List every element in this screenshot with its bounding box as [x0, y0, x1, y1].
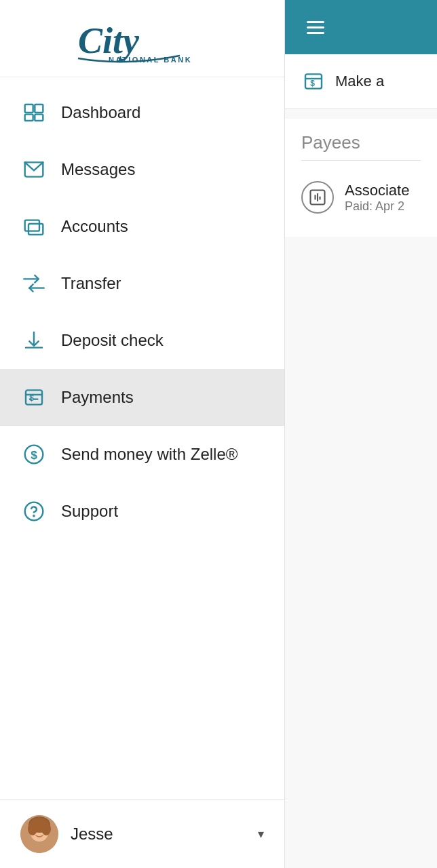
- sidebar-item-label-accounts: Accounts: [61, 217, 128, 236]
- right-panel: $ Make a Payees Associate Paid: Apr 2: [285, 0, 437, 868]
- svg-rect-5: [35, 115, 43, 121]
- svg-text:$: $: [310, 79, 315, 88]
- payees-title: Payees: [301, 132, 421, 161]
- sidebar-item-deposit-check[interactable]: Deposit check: [0, 312, 284, 369]
- sidebar-item-label-deposit: Deposit check: [61, 331, 164, 350]
- sidebar-item-label-support: Support: [61, 502, 118, 521]
- sidebar-item-label-transfer: Transfer: [61, 274, 121, 293]
- svg-rect-6: [25, 220, 39, 231]
- hamburger-line-2: [307, 26, 324, 28]
- svg-text:NATIONAL BANK: NATIONAL BANK: [109, 56, 192, 63]
- payee-info: Associate Paid: Apr 2: [345, 182, 421, 214]
- sidebar-item-send-money[interactable]: $ Send money with Zelle®: [0, 426, 284, 483]
- svg-point-15: [25, 502, 43, 521]
- city-national-bank-logo: City NATIONAL BANK: [71, 19, 214, 63]
- payee-date: Paid: Apr 2: [345, 199, 421, 214]
- svg-text:City: City: [78, 20, 140, 61]
- svg-point-25: [41, 822, 51, 835]
- list-item[interactable]: Associate Paid: Apr 2: [301, 172, 421, 223]
- zelle-icon: $: [20, 441, 48, 468]
- hamburger-line-1: [307, 21, 324, 23]
- logo: City NATIONAL BANK: [71, 19, 214, 63]
- sidebar-item-label-payments: Payments: [61, 388, 134, 407]
- messages-icon: [20, 156, 48, 183]
- svg-rect-7: [28, 224, 43, 235]
- right-header: [285, 0, 437, 54]
- sidebar-item-label-dashboard: Dashboard: [61, 103, 140, 122]
- payee-name: Associate: [345, 182, 421, 199]
- payee-icon: [301, 181, 334, 214]
- make-payment-icon: $: [301, 69, 326, 94]
- svg-rect-4: [25, 115, 33, 121]
- sidebar-item-accounts[interactable]: Accounts: [0, 198, 284, 255]
- svg-text:$: $: [31, 448, 37, 462]
- svg-point-24: [28, 822, 37, 835]
- logo-area: City NATIONAL BANK: [0, 0, 284, 77]
- sidebar-item-support[interactable]: Support: [0, 483, 284, 540]
- sidebar-item-messages[interactable]: Messages: [0, 141, 284, 198]
- accounts-icon: [20, 213, 48, 240]
- support-icon: [20, 498, 48, 525]
- sidebar-item-label-messages: Messages: [61, 160, 135, 179]
- svg-text:$: $: [29, 393, 34, 403]
- nav-menu: Dashboard Messages Accounts: [0, 77, 284, 800]
- payments-icon: $: [20, 384, 48, 411]
- make-payment-label: Make a: [335, 73, 384, 90]
- user-footer[interactable]: Jesse ▾: [0, 800, 284, 868]
- user-name: Jesse: [71, 825, 258, 844]
- hamburger-line-3: [307, 32, 324, 34]
- sidebar-item-transfer[interactable]: Transfer: [0, 255, 284, 312]
- dashboard-icon: [20, 99, 48, 126]
- transfer-icon: [20, 270, 48, 297]
- deposit-icon: [20, 327, 48, 354]
- svg-point-16: [33, 515, 34, 516]
- avatar: [20, 815, 58, 853]
- avatar-image: [20, 815, 58, 853]
- svg-rect-3: [35, 104, 43, 113]
- payees-section: Payees Associate Paid: Apr 2: [285, 119, 437, 237]
- sidebar-item-payments[interactable]: $ Payments: [0, 369, 284, 426]
- sidebar-item-dashboard[interactable]: Dashboard: [0, 84, 284, 141]
- sidebar-item-label-zelle: Send money with Zelle®: [61, 445, 238, 464]
- svg-rect-2: [25, 104, 33, 113]
- hamburger-button[interactable]: [301, 16, 330, 39]
- chevron-down-icon: ▾: [258, 827, 264, 842]
- sidebar: City NATIONAL BANK Dashboard: [0, 0, 285, 868]
- make-payment-bar[interactable]: $ Make a: [285, 54, 437, 109]
